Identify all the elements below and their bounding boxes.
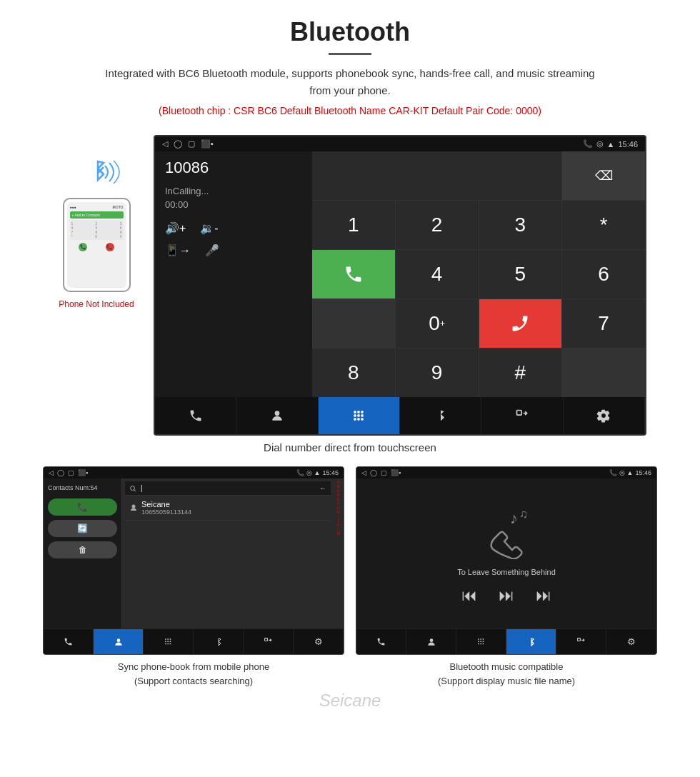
contacts-list: | ← Seicane 10655059113144	[122, 478, 334, 628]
music-bottom-bluetooth[interactable]	[506, 629, 556, 654]
end-call-button[interactable]	[479, 299, 562, 348]
contacts-notif-icon: ⬛▪	[78, 469, 88, 476]
music-time: 15:46	[635, 469, 651, 476]
action-controls: 📱→ 🎤	[165, 244, 302, 257]
dialpad-key-6[interactable]: 6	[562, 250, 645, 299]
mute-button[interactable]: 🎤	[205, 244, 219, 257]
music-bottom-dialpad[interactable]	[456, 629, 506, 654]
svg-point-34	[429, 638, 433, 642]
music-back-icon: ◁	[361, 469, 366, 476]
svg-rect-41	[478, 643, 479, 645]
volume-controls: 🔊+ 🔉-	[165, 221, 302, 235]
dialpad-key-5[interactable]: 5	[479, 250, 562, 299]
next-track-button[interactable]: ⏭	[536, 586, 551, 605]
contacts-home-icon: ◯	[57, 469, 64, 476]
bottom-phone-btn[interactable]	[155, 397, 236, 434]
dialpad-key-1[interactable]: 1	[312, 201, 395, 249]
recents-nav-icon: ▢	[188, 139, 195, 149]
car-bottom-bar	[155, 397, 645, 434]
contacts-phone-icon: 📞	[296, 469, 304, 476]
contacts-bottom-settings[interactable]: ⚙	[294, 629, 344, 654]
dialpad-key-0plus[interactable]: 0+	[396, 299, 479, 348]
bottom-contacts-btn[interactable]	[236, 397, 318, 434]
contact-name: Seicane	[141, 500, 191, 508]
svg-rect-23	[165, 641, 166, 642]
contacts-alphabet-index: ABCD EFGH IJKL M	[334, 478, 344, 628]
volume-down-button[interactable]: 🔉-	[200, 221, 218, 235]
contacts-screen-wrap: ◁ ◯ ▢ ⬛▪ 📞 ◎ ▲ 15:45 Contacts Num:54 📞	[43, 466, 344, 688]
dialpad-key-2[interactable]: 2	[396, 201, 479, 249]
contacts-bottom-phone[interactable]	[44, 629, 94, 654]
page-specs: (Bluetooth chip : CSR BC6 Default Blueto…	[29, 105, 671, 116]
dialpad-key-7[interactable]: 7	[562, 299, 645, 348]
music-bottom-phone[interactable]	[356, 629, 406, 654]
backspace-button[interactable]: ⌫	[562, 151, 645, 200]
transfer-call-button[interactable]: 📱→	[165, 244, 191, 257]
back-nav-icon: ◁	[162, 139, 168, 149]
svg-rect-27	[167, 643, 169, 645]
svg-rect-31	[265, 638, 268, 641]
music-caption: Bluetooth music compatible (Support disp…	[438, 660, 575, 688]
contacts-bottom-transfer[interactable]	[244, 629, 294, 654]
call-status: InCalling...	[165, 186, 302, 196]
notification-icon: ⬛▪	[201, 139, 214, 149]
number-display-field	[312, 151, 561, 200]
call-contact-button[interactable]: 📞	[48, 498, 117, 516]
home-nav-icon: ◯	[174, 139, 182, 149]
search-backspace-icon: ←	[319, 484, 326, 492]
music-wifi-icon: ▲	[627, 469, 634, 476]
svg-rect-36	[480, 638, 481, 640]
contacts-search-bar: | ←	[125, 481, 331, 496]
play-pause-button[interactable]: ⏭	[499, 586, 514, 605]
dialpad-key-star[interactable]: *	[562, 201, 645, 249]
sync-contacts-button[interactable]: 🔄	[48, 520, 117, 537]
contacts-bottom-dialpad[interactable]	[144, 629, 194, 654]
music-home-icon: ◯	[370, 469, 377, 476]
svg-rect-28	[170, 643, 171, 645]
svg-rect-35	[478, 638, 479, 640]
svg-rect-12	[361, 418, 364, 420]
main-section: ●●●MOTO + Add to Contacts 123 456 789 *0…	[0, 128, 700, 436]
svg-rect-4	[354, 411, 356, 413]
contacts-caption: Sync phone-book from mobile phone (Suppo…	[118, 660, 269, 688]
svg-rect-11	[358, 418, 360, 420]
bottom-bluetooth-btn[interactable]	[400, 397, 481, 434]
contacts-bottom-bluetooth[interactable]	[194, 629, 244, 654]
dialpad-key-3[interactable]: 3	[479, 201, 562, 249]
call-timer: 00:00	[165, 199, 302, 210]
main-caption: Dial number direct from touchscreen	[0, 436, 700, 463]
music-car-screen: ◁ ◯ ▢ ⬛▪ 📞 ◎ ▲ 15:46	[356, 466, 657, 655]
svg-point-16	[131, 486, 135, 490]
music-loc-icon: ◎	[619, 469, 625, 476]
svg-text:♫: ♫	[519, 509, 528, 520]
dialpad-left-panel: 10086 InCalling... 00:00 🔊+ 🔉- 📱→ 🎤	[155, 151, 312, 397]
svg-rect-21	[167, 638, 169, 640]
delete-contact-button[interactable]: 🗑	[48, 541, 117, 558]
music-bottom-contacts[interactable]	[406, 629, 456, 654]
contacts-bottom-contacts[interactable]	[94, 629, 144, 654]
prev-track-button[interactable]: ⏮	[461, 586, 477, 605]
bottom-dialpad-btn[interactable]	[319, 397, 400, 434]
wifi-status-icon: ▲	[607, 140, 615, 149]
dialpad-key-hash[interactable]: #	[479, 349, 562, 397]
dialpad-key-8[interactable]: 8	[312, 349, 395, 397]
bottom-settings-btn[interactable]	[564, 397, 645, 434]
music-bottom-transfer[interactable]	[556, 629, 606, 654]
dialpad-key-9[interactable]: 9	[396, 349, 479, 397]
svg-rect-24	[167, 641, 169, 642]
svg-rect-7	[354, 414, 356, 416]
contacts-right-panel: | ← Seicane 10655059113144	[122, 478, 344, 628]
music-notif-icon: ⬛▪	[391, 469, 401, 476]
main-car-screen: ◁ ◯ ▢ ⬛▪ 📞 ◎ ▲ 15:46 10086 InCalling... …	[154, 135, 646, 436]
location-status-icon: ◎	[596, 139, 604, 149]
music-recents-icon: ▢	[381, 469, 387, 476]
call-button[interactable]	[312, 250, 395, 299]
contacts-list-item[interactable]: Seicane 10655059113144	[125, 496, 331, 521]
bottom-transfer-btn[interactable]	[481, 397, 563, 434]
title-underline	[329, 53, 371, 55]
music-bottom-settings[interactable]: ⚙	[606, 629, 656, 654]
contacts-status-bar: ◁ ◯ ▢ ⬛▪ 📞 ◎ ▲ 15:45	[44, 467, 344, 478]
contacts-screen-body: Contacts Num:54 📞 🔄 🗑 | ←	[44, 478, 344, 628]
dialpad-key-4[interactable]: 4	[396, 250, 479, 299]
volume-up-button[interactable]: 🔊+	[165, 221, 186, 235]
